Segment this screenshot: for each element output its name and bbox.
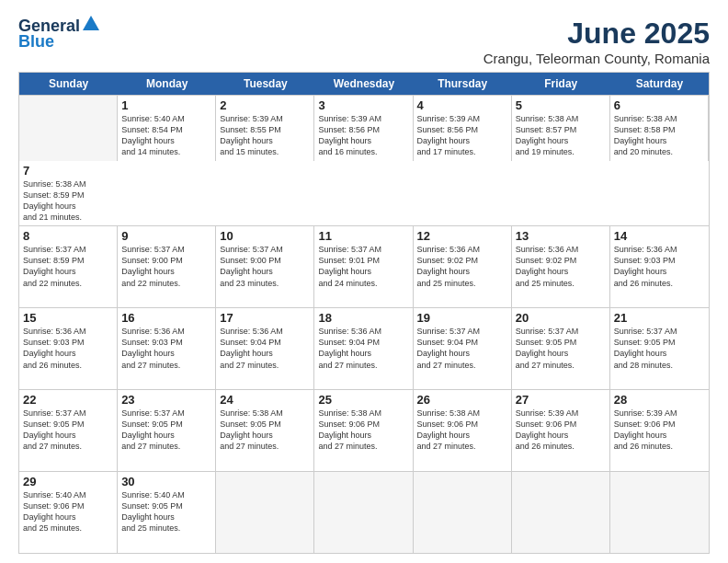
day-number: 8 [23,229,113,243]
calendar-cell: 11 Sunrise: 5:37 AM Sunset: 9:01 PM Dayl… [314,226,413,307]
day-info: Sunrise: 5:37 AM Sunset: 9:04 PM Dayligh… [417,326,507,371]
calendar-cell: 28 Sunrise: 5:39 AM Sunset: 9:06 PM Dayl… [610,390,709,471]
day-number: 17 [220,311,310,325]
day-number: 18 [318,311,408,325]
day-info: Sunrise: 5:39 AM Sunset: 8:56 PM Dayligh… [318,113,408,158]
day-info: Sunrise: 5:39 AM Sunset: 9:06 PM Dayligh… [614,408,705,453]
calendar: Sunday Monday Tuesday Wednesday Thursday… [18,72,710,554]
col-saturday: Saturday [610,73,709,95]
day-info: Sunrise: 5:38 AM Sunset: 9:05 PM Dayligh… [220,408,310,453]
day-info: Sunrise: 5:36 AM Sunset: 9:03 PM Dayligh… [614,244,705,289]
day-info: Sunrise: 5:38 AM Sunset: 8:58 PM Dayligh… [614,113,704,158]
calendar-cell: 22 Sunrise: 5:37 AM Sunset: 9:05 PM Dayl… [19,390,118,471]
page-subtitle: Crangu, Teleorman County, Romania [483,51,710,66]
day-info: Sunrise: 5:36 AM Sunset: 9:04 PM Dayligh… [220,326,310,371]
calendar-cell: 3 Sunrise: 5:39 AM Sunset: 8:56 PM Dayli… [314,96,413,161]
day-number: 9 [121,229,211,243]
day-info: Sunrise: 5:39 AM Sunset: 9:06 PM Dayligh… [516,408,606,453]
day-info: Sunrise: 5:36 AM Sunset: 9:02 PM Dayligh… [417,244,507,289]
calendar-row: 22 Sunrise: 5:37 AM Sunset: 9:05 PM Dayl… [19,389,709,471]
day-info: Sunrise: 5:37 AM Sunset: 9:05 PM Dayligh… [23,408,113,453]
day-number: 7 [23,164,114,178]
calendar-cell: 15 Sunrise: 5:36 AM Sunset: 9:03 PM Dayl… [19,308,118,389]
day-info: Sunrise: 5:37 AM Sunset: 9:00 PM Dayligh… [121,244,211,289]
day-number: 28 [614,393,705,407]
calendar-row: 1 Sunrise: 5:40 AM Sunset: 8:54 PM Dayli… [19,95,709,225]
calendar-cell: 12 Sunrise: 5:36 AM Sunset: 9:02 PM Dayl… [414,226,512,307]
calendar-cell [610,472,709,553]
day-info: Sunrise: 5:36 AM Sunset: 9:03 PM Dayligh… [23,326,113,371]
day-info: Sunrise: 5:36 AM Sunset: 9:03 PM Dayligh… [121,326,211,371]
day-info: Sunrise: 5:39 AM Sunset: 8:56 PM Dayligh… [417,113,507,158]
day-info: Sunrise: 5:37 AM Sunset: 8:59 PM Dayligh… [23,244,113,289]
page-header: General Blue June 2025 Crangu, Teleorman… [18,17,710,66]
calendar-cell [19,96,118,161]
calendar-cell: 6 Sunrise: 5:38 AM Sunset: 8:58 PM Dayli… [610,96,709,161]
calendar-cell: 19 Sunrise: 5:37 AM Sunset: 9:04 PM Dayl… [414,308,512,389]
logo-block: General Blue [18,17,101,52]
day-number: 10 [220,229,310,243]
col-wednesday: Wednesday [314,73,413,95]
day-info: Sunrise: 5:38 AM Sunset: 8:57 PM Dayligh… [516,113,606,158]
col-thursday: Thursday [414,73,512,95]
day-info: Sunrise: 5:38 AM Sunset: 9:06 PM Dayligh… [318,408,408,453]
calendar-cell: 16 Sunrise: 5:36 AM Sunset: 9:03 PM Dayl… [118,308,216,389]
logo-arrow-icon [81,14,101,34]
svg-marker-0 [83,16,99,30]
day-number: 29 [23,475,113,488]
day-number: 30 [121,475,211,488]
calendar-cell: 7 Sunrise: 5:38 AM Sunset: 8:59 PM Dayli… [19,161,118,226]
title-block: June 2025 Crangu, Teleorman County, Roma… [483,17,710,66]
day-number: 25 [318,393,408,407]
calendar-cell: 25 Sunrise: 5:38 AM Sunset: 9:06 PM Dayl… [314,390,413,471]
calendar-header: Sunday Monday Tuesday Wednesday Thursday… [19,73,709,95]
day-number: 22 [23,393,113,407]
day-number: 24 [220,393,310,407]
day-number: 20 [516,311,606,325]
logo: General Blue [18,17,101,52]
day-number: 26 [417,393,507,407]
calendar-cell: 5 Sunrise: 5:38 AM Sunset: 8:57 PM Dayli… [512,96,610,161]
calendar-cell: 4 Sunrise: 5:39 AM Sunset: 8:56 PM Dayli… [414,96,512,161]
day-info: Sunrise: 5:37 AM Sunset: 9:01 PM Dayligh… [318,244,408,289]
col-friday: Friday [512,73,610,95]
day-info: Sunrise: 5:36 AM Sunset: 9:02 PM Dayligh… [516,244,606,289]
day-number: 1 [121,98,211,112]
day-info: Sunrise: 5:40 AM Sunset: 9:06 PM Dayligh… [23,489,113,534]
calendar-row: 8 Sunrise: 5:37 AM Sunset: 8:59 PM Dayli… [19,225,709,307]
page-title: June 2025 [483,17,710,51]
calendar-cell: 29 Sunrise: 5:40 AM Sunset: 9:06 PM Dayl… [19,472,118,553]
day-info: Sunrise: 5:38 AM Sunset: 9:06 PM Dayligh… [417,408,507,453]
calendar-page: General Blue June 2025 Crangu, Teleorman… [0,0,728,563]
calendar-cell: 26 Sunrise: 5:38 AM Sunset: 9:06 PM Dayl… [414,390,512,471]
day-info: Sunrise: 5:37 AM Sunset: 9:05 PM Dayligh… [614,326,705,371]
day-number: 19 [417,311,507,325]
calendar-cell: 9 Sunrise: 5:37 AM Sunset: 9:00 PM Dayli… [118,226,216,307]
day-info: Sunrise: 5:39 AM Sunset: 8:55 PM Dayligh… [220,113,310,158]
calendar-cell: 27 Sunrise: 5:39 AM Sunset: 9:06 PM Dayl… [512,390,610,471]
day-number: 3 [318,98,408,112]
calendar-cell: 8 Sunrise: 5:37 AM Sunset: 8:59 PM Dayli… [19,226,118,307]
calendar-row: 15 Sunrise: 5:36 AM Sunset: 9:03 PM Dayl… [19,307,709,389]
day-number: 27 [516,393,606,407]
day-info: Sunrise: 5:36 AM Sunset: 9:04 PM Dayligh… [318,326,408,371]
day-info: Sunrise: 5:40 AM Sunset: 8:54 PM Dayligh… [121,113,211,158]
calendar-cell: 24 Sunrise: 5:38 AM Sunset: 9:05 PM Dayl… [216,390,314,471]
day-info: Sunrise: 5:38 AM Sunset: 8:59 PM Dayligh… [23,178,114,224]
calendar-cell [216,472,314,553]
logo-blue: Blue [18,32,54,52]
day-number: 11 [318,229,408,243]
calendar-cell: 2 Sunrise: 5:39 AM Sunset: 8:55 PM Dayli… [216,96,314,161]
day-number: 16 [121,311,211,325]
day-number: 23 [121,393,211,407]
day-number: 12 [417,229,507,243]
day-number: 21 [614,311,705,325]
day-number: 2 [220,98,310,112]
day-info: Sunrise: 5:37 AM Sunset: 9:05 PM Dayligh… [516,326,606,371]
calendar-body: 1 Sunrise: 5:40 AM Sunset: 8:54 PM Dayli… [19,95,709,553]
day-number: 4 [417,98,507,112]
calendar-cell [512,472,610,553]
calendar-cell: 13 Sunrise: 5:36 AM Sunset: 9:02 PM Dayl… [512,226,610,307]
calendar-cell: 1 Sunrise: 5:40 AM Sunset: 8:54 PM Dayli… [118,96,216,161]
col-monday: Monday [118,73,216,95]
